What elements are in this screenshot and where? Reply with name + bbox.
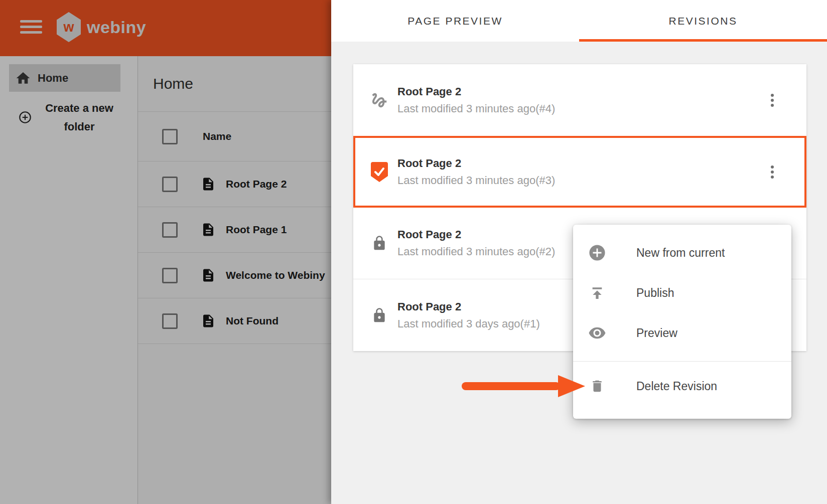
- annotation-arrow-head-icon: [558, 375, 585, 397]
- revision-title: Root Page 2: [397, 85, 555, 98]
- tab-page-preview[interactable]: PAGE PREVIEW: [331, 0, 579, 42]
- trash-icon: [587, 378, 607, 394]
- menu-item-publish[interactable]: Publish: [573, 273, 791, 313]
- revision-kebab-menu-icon[interactable]: [766, 94, 778, 107]
- menu-item-preview[interactable]: Preview: [573, 313, 791, 353]
- revision-meta: Last modified 3 minutes ago(#2): [397, 245, 555, 258]
- published-shield-check-icon: [368, 162, 390, 182]
- revision-row-selected[interactable]: Root Page 2 Last modified 3 minutes ago(…: [353, 136, 806, 208]
- publish-arrow-icon: [587, 285, 607, 301]
- menu-item-delete-revision[interactable]: Delete Revision: [573, 362, 791, 411]
- draft-squiggle-icon: [368, 91, 390, 110]
- revisions-drawer: PAGE PREVIEW REVISIONS Root Page 2 Last …: [331, 0, 827, 504]
- add-circle-icon: [587, 244, 607, 261]
- revision-kebab-menu-icon[interactable]: [766, 165, 778, 179]
- revision-meta: Last modified 3 minutes ago(#3): [397, 174, 555, 187]
- revision-context-menu: New from current Publish Preview Delete: [573, 225, 791, 419]
- revision-meta: Last modified 3 days ago(#1): [397, 317, 540, 330]
- main-app-background: w webiny Home Create a new folder Home: [0, 0, 331, 504]
- tab-revisions[interactable]: REVISIONS: [579, 0, 827, 42]
- revision-title: Root Page 2: [397, 228, 555, 241]
- annotation-arrow: [462, 382, 560, 390]
- revision-meta: Last modified 3 minutes ago(#4): [397, 102, 555, 115]
- webiny-page-builder-screen: w webiny Home Create a new folder Home: [0, 0, 827, 504]
- revision-title: Root Page 2: [397, 300, 540, 313]
- menu-item-new-from-current[interactable]: New from current: [573, 233, 791, 273]
- eye-icon: [587, 324, 607, 342]
- locked-icon: [368, 234, 390, 252]
- modal-dim-overlay: [0, 0, 331, 504]
- locked-icon: [368, 306, 390, 324]
- revision-row[interactable]: Root Page 2 Last modified 3 minutes ago(…: [353, 64, 806, 136]
- revision-title: Root Page 2: [397, 157, 555, 170]
- drawer-tab-bar: PAGE PREVIEW REVISIONS: [331, 0, 827, 42]
